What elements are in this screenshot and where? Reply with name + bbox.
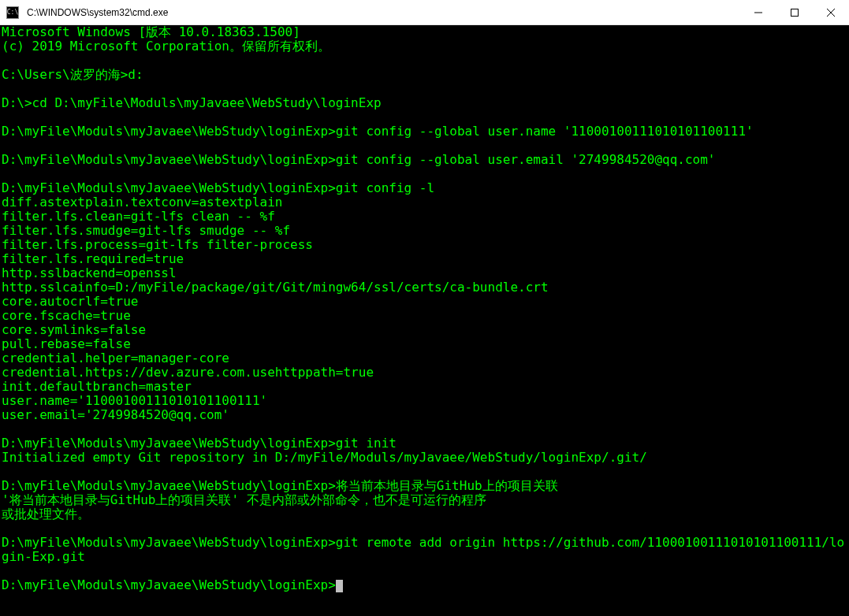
terminal-line (2, 564, 847, 578)
terminal-output-line: credential.https://dev.azure.com.usehttp… (2, 366, 847, 380)
maximize-button[interactable] (776, 0, 813, 25)
window-titlebar: C:\ C:\WINDOWS\system32\cmd.exe (0, 0, 849, 25)
command-text: git init (336, 436, 397, 451)
terminal-line (2, 110, 847, 124)
terminal-output-line: Microsoft Windows [版本 10.0.18363.1500] (2, 25, 847, 39)
terminal-command-line: D:\myFile\Moduls\myJavaee\WebStudy\login… (2, 436, 847, 451)
prompt: D:\myFile\Moduls\myJavaee\WebStudy\login… (2, 577, 336, 592)
terminal-area[interactable]: Microsoft Windows [版本 10.0.18363.1500](c… (0, 25, 849, 616)
terminal-line (2, 422, 847, 436)
terminal-command-line: D:\myFile\Moduls\myJavaee\WebStudy\login… (2, 124, 847, 139)
terminal-command-line: D:\myFile\Moduls\myJavaee\WebStudy\login… (2, 181, 847, 195)
terminal-output-line: init.defaultbranch=master (2, 380, 847, 394)
terminal-output-line: filter.lfs.process=git-lfs filter-proces… (2, 238, 847, 252)
close-button[interactable] (813, 0, 849, 25)
terminal-output-line: core.symlinks=false (2, 323, 847, 337)
terminal-output-line: '将当前本地目录与GitHub上的项目关联' 不是内部或外部命令，也不是可运行的… (2, 493, 847, 507)
terminal-output-line: (c) 2019 Microsoft Corporation。保留所有权利。 (2, 39, 847, 54)
terminal-output-line: http.sslbackend=openssl (2, 266, 847, 280)
svg-rect-1 (791, 9, 799, 16)
terminal-line (2, 465, 847, 479)
terminal-output-line: user.email='2749984520@qq.com' (2, 408, 847, 422)
window-title: C:\WINDOWS\system32\cmd.exe (25, 7, 740, 18)
terminal-command-line: D:\myFile\Moduls\myJavaee\WebStudy\login… (2, 536, 847, 564)
terminal-output-line: core.autocrlf=true (2, 295, 847, 309)
terminal-line (2, 167, 847, 181)
terminal-output-line: filter.lfs.clean=git-lfs clean -- %f (2, 210, 847, 224)
terminal-command-line: D:\myFile\Moduls\myJavaee\WebStudy\login… (2, 578, 847, 592)
terminal-output-line: Initialized empty Git repository in D:/m… (2, 451, 847, 465)
prompt: D:\myFile\Moduls\myJavaee\WebStudy\login… (2, 152, 336, 167)
terminal-output-line: pull.rebase=false (2, 337, 847, 351)
terminal-line (2, 521, 847, 536)
prompt: D:\myFile\Moduls\myJavaee\WebStudy\login… (2, 478, 336, 493)
terminal-command-line: D:\myFile\Moduls\myJavaee\WebStudy\login… (2, 153, 847, 167)
command-text: git config --global user.name '110001001… (336, 124, 754, 139)
prompt: D:\myFile\Moduls\myJavaee\WebStudy\login… (2, 535, 336, 550)
terminal-output-line: http.sslcainfo=D:/myFile/package/git/Git… (2, 280, 847, 295)
prompt: D:\> (2, 95, 32, 110)
terminal-command-line: D:\>cd D:\myFile\Moduls\myJavaee\WebStud… (2, 96, 847, 110)
terminal-output-line: diff.astextplain.textconv=astextplain (2, 195, 847, 210)
terminal-output-line: credential.helper=manager-core (2, 351, 847, 366)
command-text: git config -l (336, 180, 434, 195)
prompt: D:\myFile\Moduls\myJavaee\WebStudy\login… (2, 436, 336, 451)
window-controls (740, 0, 849, 25)
minimize-button[interactable] (740, 0, 776, 25)
terminal-output-line: filter.lfs.smudge=git-lfs smudge -- %f (2, 224, 847, 238)
terminal-line (2, 82, 847, 96)
terminal-output-line: filter.lfs.required=true (2, 252, 847, 266)
prompt: C:\Users\波罗的海> (2, 67, 128, 82)
cursor (336, 580, 343, 592)
command-text: cd D:\myFile\Moduls\myJavaee\WebStudy\lo… (32, 95, 382, 110)
prompt: D:\myFile\Moduls\myJavaee\WebStudy\login… (2, 180, 336, 195)
terminal-command-line: D:\myFile\Moduls\myJavaee\WebStudy\login… (2, 479, 847, 493)
terminal-output-line: core.fscache=true (2, 309, 847, 323)
prompt: D:\myFile\Moduls\myJavaee\WebStudy\login… (2, 124, 336, 139)
command-text: 将当前本地目录与GitHub上的项目关联 (336, 478, 558, 493)
terminal-output-line: user.name='11000100111010101100111' (2, 394, 847, 408)
terminal-output-line: 或批处理文件。 (2, 507, 847, 521)
terminal-line (2, 54, 847, 68)
terminal-command-line: C:\Users\波罗的海>d: (2, 68, 847, 82)
cmd-icon: C:\ (6, 6, 19, 19)
command-text: git config --global user.email '27499845… (336, 152, 716, 167)
terminal-line (2, 139, 847, 153)
command-text: d: (128, 67, 143, 82)
